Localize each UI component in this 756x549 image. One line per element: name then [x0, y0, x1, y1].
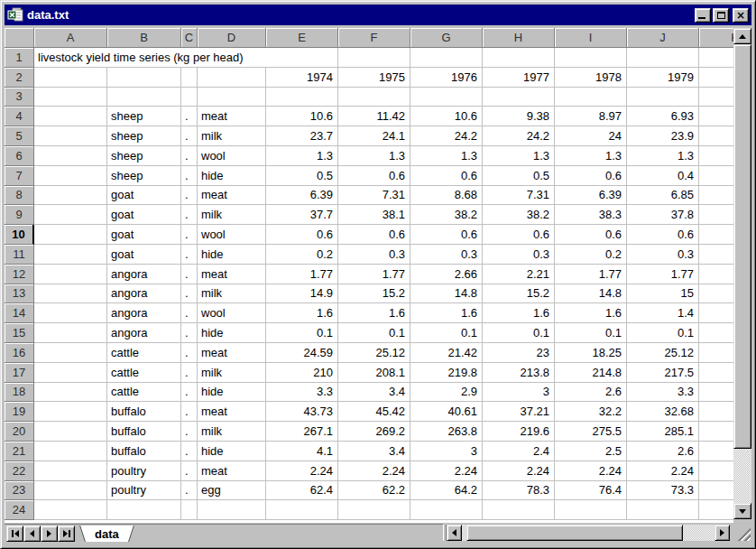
- cell-I16[interactable]: 18.25: [555, 343, 627, 363]
- cell-K12[interactable]: [699, 265, 733, 284]
- title-bar[interactable]: data.txt ×: [5, 5, 751, 25]
- cell-H18[interactable]: 3: [483, 383, 555, 403]
- cell-G16[interactable]: 21.42: [410, 343, 483, 363]
- cell-B19[interactable]: buffalo: [107, 402, 181, 422]
- cell-G20[interactable]: 263.8: [410, 422, 483, 442]
- cell-H10[interactable]: 0.6: [483, 225, 555, 245]
- cell-K4[interactable]: [699, 107, 733, 126]
- cell-F23[interactable]: 62.2: [338, 481, 410, 501]
- cell-J22[interactable]: 2.24: [627, 461, 699, 481]
- cell-D19[interactable]: meat: [198, 402, 266, 422]
- cell-I14[interactable]: 1.6: [555, 303, 627, 323]
- cell-J9[interactable]: 37.8: [627, 205, 699, 225]
- row-header-5[interactable]: 5: [5, 126, 34, 146]
- cell-B7[interactable]: sheep: [107, 166, 181, 186]
- cell-A4[interactable]: [34, 107, 107, 126]
- cell-C8[interactable]: .: [181, 186, 198, 206]
- cell-B17[interactable]: cattle: [107, 363, 181, 383]
- cell-H11[interactable]: 0.3: [483, 245, 555, 265]
- cell-K5[interactable]: [699, 126, 733, 146]
- cell-I6[interactable]: 1.3: [555, 146, 627, 166]
- cell-I4[interactable]: 8.97: [555, 107, 627, 126]
- cell-I9[interactable]: 38.3: [555, 205, 627, 225]
- cell-C13[interactable]: .: [181, 284, 198, 304]
- cell-A16[interactable]: [34, 343, 107, 363]
- cell-K21[interactable]: [699, 442, 733, 461]
- cell-E23[interactable]: 62.4: [266, 481, 338, 501]
- cell-D3[interactable]: [198, 88, 266, 107]
- sheet-tab-data[interactable]: data: [89, 526, 124, 542]
- cell-H7[interactable]: 0.5: [483, 166, 555, 186]
- cell-G18[interactable]: 2.9: [410, 383, 483, 403]
- cell-B16[interactable]: cattle: [107, 343, 181, 363]
- cell-K23[interactable]: [699, 481, 733, 501]
- cell-J7[interactable]: 0.4: [627, 166, 699, 186]
- cell-K14[interactable]: [699, 303, 733, 323]
- cell-J15[interactable]: 0.1: [627, 323, 699, 343]
- cell-K16[interactable]: [699, 343, 733, 363]
- cell-F1[interactable]: [338, 48, 410, 68]
- cell-B3[interactable]: [107, 88, 181, 107]
- cell-F16[interactable]: 25.12: [338, 343, 410, 363]
- cell-K6[interactable]: [699, 146, 733, 166]
- cell-D20[interactable]: milk: [198, 422, 266, 442]
- cell-K7[interactable]: [699, 166, 733, 186]
- cell-I24[interactable]: [555, 500, 627, 520]
- cell-F18[interactable]: 3.4: [338, 383, 410, 403]
- cell-I17[interactable]: 214.8: [555, 363, 627, 383]
- row-header-23[interactable]: 23: [5, 481, 34, 501]
- cell-D4[interactable]: meat: [198, 107, 266, 126]
- cell-C18[interactable]: .: [181, 383, 198, 403]
- cell-F24[interactable]: [338, 500, 410, 520]
- cell-C7[interactable]: .: [181, 166, 198, 186]
- cell-B10[interactable]: goat: [107, 225, 181, 245]
- cell-B21[interactable]: buffalo: [107, 442, 181, 461]
- cell-I15[interactable]: 0.1: [555, 323, 627, 343]
- row-header-18[interactable]: 18: [5, 383, 34, 403]
- cell-K3[interactable]: [699, 88, 733, 107]
- cell-H2[interactable]: 1977: [483, 68, 555, 88]
- row-header-11[interactable]: 11: [5, 245, 34, 265]
- cell-J10[interactable]: 0.6: [627, 225, 699, 245]
- cell-K18[interactable]: [699, 383, 733, 403]
- cell-C14[interactable]: .: [181, 303, 198, 323]
- cell-B8[interactable]: goat: [107, 186, 181, 206]
- cell-A21[interactable]: [34, 442, 107, 461]
- row-header-6[interactable]: 6: [5, 146, 34, 166]
- row-header-4[interactable]: 4: [5, 107, 34, 126]
- cell-I5[interactable]: 24: [555, 126, 627, 146]
- cell-E11[interactable]: 0.2: [266, 245, 338, 265]
- scroll-left-button[interactable]: [447, 525, 462, 541]
- scroll-up-button[interactable]: [733, 28, 751, 44]
- cell-I10[interactable]: 0.6: [555, 225, 627, 245]
- cell-A8[interactable]: [34, 186, 107, 206]
- column-header-E[interactable]: E: [266, 28, 338, 48]
- cell-G15[interactable]: 0.1: [410, 323, 483, 343]
- cell-K10[interactable]: [699, 225, 733, 245]
- cell-D7[interactable]: hide: [198, 166, 266, 186]
- cell-E9[interactable]: 37.7: [266, 205, 338, 225]
- cell-C16[interactable]: .: [181, 343, 198, 363]
- cell-K24[interactable]: [699, 500, 733, 520]
- vertical-scroll-track[interactable]: [733, 449, 751, 503]
- cell-I20[interactable]: 275.5: [555, 422, 627, 442]
- cell-I18[interactable]: 2.6: [555, 383, 627, 403]
- cell-F12[interactable]: 1.77: [338, 265, 410, 284]
- row-header-17[interactable]: 17: [5, 363, 34, 383]
- cell-H19[interactable]: 37.21: [483, 402, 555, 422]
- cell-E12[interactable]: 1.77: [266, 265, 338, 284]
- cell-G17[interactable]: 219.8: [410, 363, 483, 383]
- cell-J19[interactable]: 32.68: [627, 402, 699, 422]
- cell-E16[interactable]: 24.59: [266, 343, 338, 363]
- cell-D16[interactable]: meat: [198, 343, 266, 363]
- cell-D8[interactable]: meat: [198, 186, 266, 206]
- cell-G22[interactable]: 2.24: [410, 461, 483, 481]
- cell-D12[interactable]: meat: [198, 265, 266, 284]
- cell-A10[interactable]: [34, 225, 107, 245]
- cell-A23[interactable]: [34, 481, 107, 501]
- cell-H1[interactable]: [483, 48, 555, 68]
- cell-A18[interactable]: [34, 383, 107, 403]
- row-header-7[interactable]: 7: [5, 166, 34, 186]
- cell-C9[interactable]: .: [181, 205, 198, 225]
- cell-J5[interactable]: 23.9: [627, 126, 699, 146]
